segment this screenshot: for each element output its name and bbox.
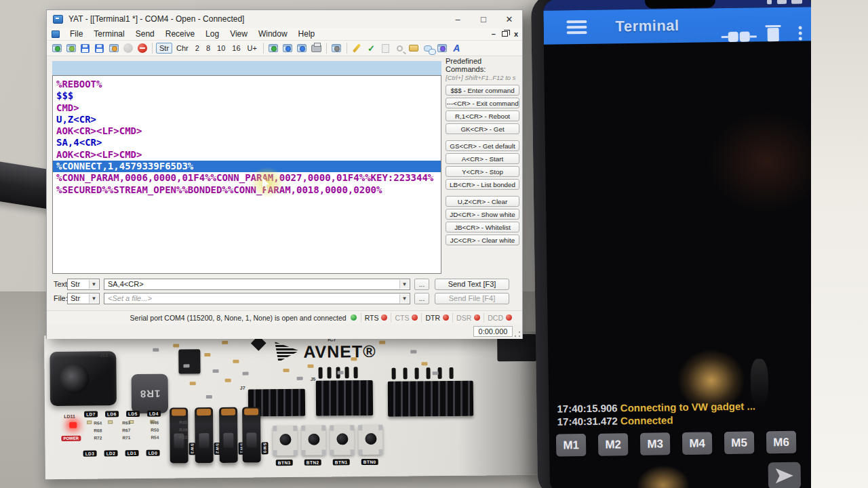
radix-10-button[interactable]: 10 — [214, 43, 228, 53]
macro-button-m4[interactable]: M4 — [682, 432, 712, 455]
macro-button-m1[interactable]: M1 — [556, 434, 586, 457]
feedback-icon[interactable] — [422, 43, 435, 54]
terminal-line[interactable]: SA,4<CR> — [53, 137, 441, 148]
radix-string-button[interactable]: Str — [156, 43, 172, 54]
save-workspace-icon[interactable] — [93, 43, 106, 54]
menu-send[interactable]: Send — [130, 29, 160, 39]
resize-grip-icon[interactable] — [514, 331, 521, 338]
indicator-dsr: DSR — [452, 313, 484, 323]
terminal-line[interactable]: $$$ — [53, 90, 441, 102]
predefined-command-10[interactable]: JD<CR> - Show white — [446, 209, 519, 220]
push-button-btn0 — [358, 425, 382, 455]
terminal-line[interactable]: AOK<CR><LF>CMD> — [53, 149, 441, 161]
macro-button-m6[interactable]: M6 — [766, 431, 796, 454]
format-icon[interactable]: A — [450, 43, 463, 54]
radix-char-button[interactable]: Chr — [174, 43, 191, 53]
led-component — [87, 421, 92, 424]
led-label: LD1 — [125, 450, 139, 456]
open-port-icon — [121, 43, 134, 54]
predefined-command-5[interactable]: GS<CR> - Get default — [446, 140, 519, 151]
terminal-line[interactable]: %SECURED%%STREAM_OPEN%%BONDED%%CONN_PARA… — [53, 184, 441, 196]
find-icon[interactable] — [330, 43, 343, 54]
indicator-rts[interactable]: RTS — [361, 313, 391, 323]
led-label: LD0 — [146, 450, 160, 456]
predefined-command-11[interactable]: JB<CR> - Whitelist — [446, 222, 519, 232]
send-text-button[interactable]: Send Text [F3] — [435, 279, 509, 290]
radix-u+-button[interactable]: U+ — [245, 43, 260, 53]
title-bar[interactable]: YAT - [[Terminal1 *] - COM4 - Open - Con… — [47, 10, 522, 28]
terminal-monitor[interactable]: %REBOOT%$$$CMD>U,Z<CR>AOK<CR><LF>CMD>SA,… — [52, 75, 441, 274]
send-text-input[interactable]: SA,4<CR>▼ — [104, 279, 410, 290]
smd-component — [213, 369, 219, 373]
send-button[interactable] — [768, 462, 802, 488]
mdi-minimize-button[interactable]: – — [492, 29, 496, 39]
menu-file[interactable]: File — [64, 29, 88, 39]
predefined-command-12[interactable]: JC<CR> - Clear white — [446, 235, 519, 245]
radix-16-button[interactable]: 16 — [229, 43, 243, 53]
led-label: LD5 — [126, 411, 140, 417]
predefined-command-2[interactable]: ---<CR> - Exit command — [446, 98, 519, 108]
macro-button-m2[interactable]: M2 — [598, 433, 628, 456]
yat-app-icon — [53, 15, 63, 24]
terminal-line[interactable]: U,Z<CR> — [53, 114, 441, 125]
send-panel-icon[interactable] — [436, 43, 449, 54]
predefined-command-3[interactable]: R,1<CR> - Reboot — [446, 110, 519, 121]
terminal-log: 17:40:15.906 Connecting to VW gadget ...… — [557, 400, 755, 428]
predefined-command-6[interactable]: A<CR> - Start — [446, 153, 519, 164]
file-mode-dropdown[interactable]: Str▼ — [67, 293, 100, 304]
terminal-line[interactable]: AOK<CR><LF>CMD> — [53, 125, 441, 137]
maximize-button[interactable]: □ — [471, 10, 496, 28]
radix-2-button[interactable]: 2 — [193, 43, 202, 53]
smd-component — [204, 353, 210, 357]
button-label: BTN1 — [333, 459, 350, 465]
close-button[interactable]: ✕ — [496, 10, 522, 28]
terminal-line[interactable]: %CONN_PARAM,0006,0000,01F4%%CONN_PARAM,0… — [53, 172, 441, 184]
delete-icon[interactable] — [768, 28, 779, 41]
indicator-dtr[interactable]: DTR — [421, 313, 452, 323]
file-more-button[interactable]: ... — [414, 293, 429, 304]
radix-8-button[interactable]: 8 — [203, 43, 213, 53]
close-port-icon[interactable] — [136, 43, 149, 54]
menu-receive[interactable]: Receive — [160, 29, 200, 39]
predefined-command-8[interactable]: LB<CR> - List bonded — [446, 179, 519, 190]
menu-window[interactable]: Window — [253, 29, 293, 39]
file-label: File: — [47, 294, 67, 302]
terminal-line-selected[interactable]: %CONNECT,1,4579339F65D3% — [53, 161, 441, 172]
predefined-command-7[interactable]: Y<CR> - Stop — [446, 166, 519, 177]
minimize-button[interactable]: – — [445, 10, 471, 28]
refresh-monitor-icon[interactable] — [281, 43, 294, 54]
print-icon[interactable] — [310, 43, 323, 54]
save-icon[interactable] — [79, 43, 92, 54]
macro-button-m3[interactable]: M3 — [640, 432, 670, 455]
new-terminal-icon[interactable] — [50, 43, 63, 54]
log-settings-icon[interactable] — [351, 43, 363, 54]
led-label: LD3 — [83, 451, 97, 457]
push-button-btn3 — [273, 426, 297, 455]
terminal-settings-icon[interactable] — [107, 43, 120, 54]
predefined-command-4[interactable]: GK<CR> - Get — [446, 123, 519, 134]
reset-count-icon[interactable] — [296, 43, 309, 54]
menu-icon[interactable] — [566, 20, 587, 34]
text-more-button[interactable]: ... — [414, 279, 429, 290]
send-file-input[interactable]: <Set a file...>▼ — [104, 293, 410, 304]
log-on-icon[interactable]: ✓ — [365, 43, 378, 54]
clear-monitor-icon[interactable] — [267, 43, 280, 54]
android-phone: Terminal 17:40:15.906 Connecting to VW g… — [531, 0, 832, 488]
menu-help[interactable]: Help — [293, 29, 321, 39]
overflow-icon[interactable] — [799, 26, 802, 42]
chevron-down-icon: ▼ — [89, 280, 98, 289]
menu-terminal[interactable]: Terminal — [88, 29, 130, 39]
macro-button-m5[interactable]: M5 — [724, 432, 754, 455]
menu-log[interactable]: Log — [200, 29, 224, 39]
mdi-restore-button[interactable] — [502, 31, 508, 37]
disconnect-icon[interactable] — [722, 30, 757, 43]
terminal-line[interactable]: CMD> — [53, 102, 441, 114]
predefined-command-9[interactable]: U,Z<CR> - Clear — [446, 196, 519, 207]
log-folder-icon[interactable] — [408, 43, 420, 54]
mdi-close-button[interactable]: x — [514, 29, 518, 39]
open-workspace-icon[interactable] — [64, 43, 77, 54]
predefined-command-1[interactable]: $$$ - Enter command — [446, 85, 519, 96]
menu-view[interactable]: View — [224, 29, 253, 39]
text-mode-dropdown[interactable]: Str▼ — [67, 279, 100, 290]
terminal-line[interactable]: %REBOOT% — [53, 79, 441, 90]
